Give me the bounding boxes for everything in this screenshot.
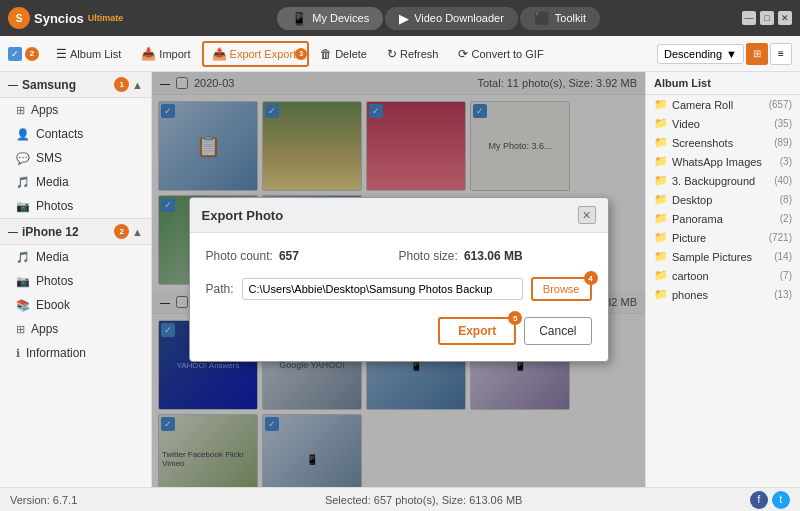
album-item[interactable]: 📁 Video (35) [646,114,800,133]
export-badge: 3 [295,48,307,60]
export-confirm-button[interactable]: Export [438,317,516,345]
apps-icon: ⊞ [16,323,25,336]
album-count: (7) [780,270,792,281]
album-icon: 📁 [654,288,668,301]
album-item[interactable]: 📁 Desktop (8) [646,190,800,209]
iphone-device-header: — iPhone 12 2 ▲ [0,218,151,245]
select-all-checkbox[interactable]: ✓ [8,47,22,61]
album-count: (13) [774,289,792,300]
modal-close-button[interactable]: × [578,206,596,224]
iphone-device-name: iPhone 12 [22,225,79,239]
album-item[interactable]: 📁 Screenshots (89) [646,133,800,152]
album-name: cartoon [672,270,776,282]
album-list-button[interactable]: ☰ Album List [47,42,130,66]
album-item[interactable]: 📁 Panorama (2) [646,209,800,228]
list-view-button[interactable]: ≡ [770,43,792,65]
ebook-icon: 📚 [16,299,30,312]
album-list-icon: ☰ [56,47,67,61]
import-button[interactable]: 📥 Import [132,42,199,66]
twitter-icon[interactable]: t [772,491,790,509]
sidebar-label: Photos [36,199,73,213]
album-name: Desktop [672,194,776,206]
album-item[interactable]: 📁 WhatsApp Images (3) [646,152,800,171]
album-item[interactable]: 📁 Camera Roll (657) [646,95,800,114]
album-item[interactable]: 📁 Picture (721) [646,228,800,247]
sidebar-label: Contacts [36,127,83,141]
cancel-button[interactable]: Cancel [524,317,591,345]
phone-icon: 📱 [291,11,307,26]
path-input[interactable] [242,278,523,300]
album-item[interactable]: 📁 phones (13) [646,285,800,304]
minimize-button[interactable]: — [742,11,756,25]
album-icon: 📁 [654,212,668,225]
tab-video-label: Video Downloader [414,12,504,24]
media-icon: 🎵 [16,176,30,189]
iphone-collapse-icon[interactable]: — [8,226,18,237]
delete-button[interactable]: 🗑 Delete [311,42,376,66]
sidebar-item-iphone-media[interactable]: 🎵 Media [0,245,151,269]
sidebar-item-samsung-apps[interactable]: ⊞ Apps [0,98,151,122]
import-icon: 📥 [141,47,156,61]
sidebar-label: SMS [36,151,62,165]
convert-gif-button[interactable]: ⟳ Convert to GIF [449,42,552,66]
album-item[interactable]: 📁 3. Backupground (40) [646,171,800,190]
album-count: (721) [769,232,792,243]
sidebar-item-samsung-media[interactable]: 🎵 Media [0,170,151,194]
tab-toolkit-label: Toolkit [555,12,586,24]
album-icon: 📁 [654,250,668,263]
album-icon: 📁 [654,155,668,168]
sidebar-item-sms[interactable]: 💬 SMS [0,146,151,170]
gif-icon: ⟳ [458,47,468,61]
album-count: (3) [780,156,792,167]
browse-button[interactable]: Browse [531,277,592,301]
album-item[interactable]: 📁 cartoon (7) [646,266,800,285]
chevron-down-icon: ▼ [726,48,737,60]
samsung-badge: 1 [114,77,129,92]
refresh-icon: ↻ [387,47,397,61]
sidebar-label: Information [26,346,86,360]
logo-icon: S [8,7,30,29]
tab-video-downloader[interactable]: ▶ Video Downloader [385,7,518,30]
album-name: Panorama [672,213,776,225]
album-name: Video [672,118,770,130]
sidebar-label: Media [36,175,69,189]
grid-view-button[interactable]: ⊞ [746,43,768,65]
album-icon: 📁 [654,117,668,130]
album-count: (89) [774,137,792,148]
export-badge: 5 [508,311,522,325]
collapse-icon[interactable]: — [8,79,18,90]
album-count: (2) [780,213,792,224]
maximize-button[interactable]: □ [760,11,774,25]
version-label: Version: 6.7.1 [10,494,77,506]
sidebar-item-iphone-photos[interactable]: 📷 Photos [0,269,151,293]
album-name: Screenshots [672,137,770,149]
app-name: Syncios [34,11,84,26]
apps-icon: ⊞ [16,104,25,117]
sidebar-item-information[interactable]: ℹ Information [0,341,151,365]
sidebar-item-iphone-apps[interactable]: ⊞ Apps [0,317,151,341]
album-name: phones [672,289,770,301]
sort-dropdown[interactable]: Descending ▼ [657,44,744,64]
app-logo: S Syncios Ultimate [8,7,123,29]
tab-my-devices[interactable]: 📱 My Devices [277,7,383,30]
sidebar-label: Apps [31,322,58,336]
sidebar-item-ebook[interactable]: 📚 Ebook [0,293,151,317]
refresh-button[interactable]: ↻ Refresh [378,42,448,66]
close-button[interactable]: ✕ [778,11,792,25]
modal-path-row: Path: Browse 4 [206,277,592,301]
facebook-icon[interactable]: f [750,491,768,509]
export-icon: 📤 [212,47,227,61]
photo-count-value: 657 [279,249,299,263]
export-button[interactable]: 📤 Export Export 3 [202,41,310,67]
album-count: (14) [774,251,792,262]
iphone-badge: 2 [114,224,129,239]
sidebar-item-contacts[interactable]: 👤 Contacts [0,122,151,146]
tab-toolkit[interactable]: ⬛ Toolkit [520,7,600,30]
export-photo-modal: Export Photo × Photo count: 657 Photo si… [189,197,609,362]
modal-title: Export Photo [202,208,284,223]
content-area: — 2020-03 Total: 11 photo(s), Size: 3.92… [152,72,645,487]
album-count: (40) [774,175,792,186]
sidebar-item-samsung-photos[interactable]: 📷 Photos [0,194,151,218]
album-item[interactable]: 📁 Sample Pictures (14) [646,247,800,266]
album-name: WhatsApp Images [672,156,776,168]
